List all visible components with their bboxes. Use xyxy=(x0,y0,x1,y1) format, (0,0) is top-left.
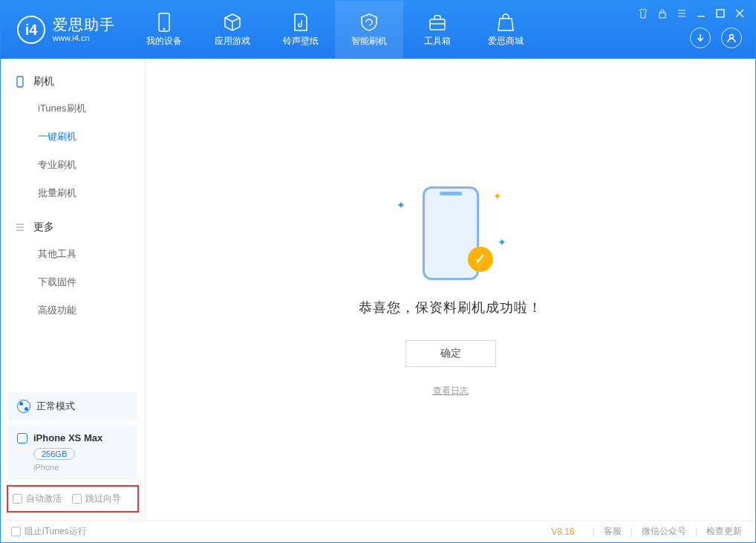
app-header: i4 爱思助手 www.i4.cn 我的设备 应用游戏 铃声壁纸 智能刷机 工具… xyxy=(1,1,755,59)
shirt-icon[interactable] xyxy=(638,8,648,19)
sidebar-item-other-tools[interactable]: 其他工具 xyxy=(1,240,145,268)
device-type: iPhone xyxy=(33,463,128,472)
footer: 阻止iTunes运行 V8.16 | 客服 | 微信公众号 | 检查更新 xyxy=(1,520,755,542)
view-log-link[interactable]: 查看日志 xyxy=(433,385,469,397)
tab-toolbox[interactable]: 工具箱 xyxy=(403,1,472,59)
svg-rect-4 xyxy=(659,13,665,18)
svg-rect-9 xyxy=(717,10,724,17)
window-controls xyxy=(638,8,745,19)
bag-icon xyxy=(496,13,515,32)
checkbox-icon xyxy=(72,494,82,504)
device-capacity: 256GB xyxy=(33,448,75,460)
tab-ringtone-wallpaper[interactable]: 铃声壁纸 xyxy=(267,1,335,59)
mode-box[interactable]: 正常模式 xyxy=(8,392,137,420)
tab-apps-games[interactable]: 应用游戏 xyxy=(198,1,267,59)
cube-icon xyxy=(223,13,242,32)
checkbox-skip-guide[interactable]: 跳过向导 xyxy=(72,492,121,505)
music-file-icon xyxy=(291,13,310,32)
main-content: ✦ ✦ ✦ ✓ 恭喜您，保资料刷机成功啦！ 确定 查看日志 xyxy=(146,59,755,520)
tab-my-device[interactable]: 我的设备 xyxy=(130,1,198,59)
toolbox-icon xyxy=(428,13,447,32)
download-button[interactable] xyxy=(690,27,711,48)
sparkle-icon: ✦ xyxy=(397,199,405,211)
menu-icon[interactable] xyxy=(677,8,687,19)
sidebar-item-pro-flash[interactable]: 专业刷机 xyxy=(1,151,145,179)
tab-store[interactable]: 爱思商城 xyxy=(472,1,540,59)
maximize-icon[interactable] xyxy=(715,8,726,19)
sidebar-group-flash[interactable]: 刷机 xyxy=(1,69,145,94)
main-tabs: 我的设备 应用游戏 铃声壁纸 智能刷机 工具箱 爱思商城 xyxy=(130,1,540,59)
footer-link-wechat[interactable]: 微信公众号 xyxy=(639,525,689,538)
lock-icon[interactable] xyxy=(657,8,668,19)
sparkle-icon: ✦ xyxy=(498,236,506,248)
footer-link-support[interactable]: 客服 xyxy=(601,525,625,538)
svg-point-1 xyxy=(163,27,166,30)
device-name: iPhone XS Max xyxy=(33,432,102,443)
app-logo: i4 爱思助手 www.i4.cn xyxy=(1,16,130,44)
refresh-shield-icon xyxy=(359,13,379,32)
mode-label: 正常模式 xyxy=(36,400,75,413)
success-illustration: ✦ ✦ ✦ ✓ xyxy=(395,181,506,285)
user-button[interactable] xyxy=(721,27,742,48)
svg-rect-2 xyxy=(430,19,445,30)
checkbox-icon xyxy=(11,527,21,536)
ok-button[interactable]: 确定 xyxy=(405,340,496,367)
sidebar-item-advanced[interactable]: 高级功能 xyxy=(1,296,145,325)
sidebar-item-itunes-flash[interactable]: iTunes刷机 xyxy=(1,94,145,123)
app-subtitle: www.i4.cn xyxy=(53,33,115,43)
mode-icon xyxy=(17,400,30,413)
sidebar-item-oneclick-flash[interactable]: 一键刷机 xyxy=(1,123,145,151)
tab-smart-flash[interactable]: 智能刷机 xyxy=(335,1,403,59)
device-phone-icon xyxy=(17,433,27,443)
device-box[interactable]: iPhone XS Max 256GB iPhone xyxy=(8,425,137,479)
checkbox-auto-activate[interactable]: 自动激活 xyxy=(13,492,62,505)
svg-rect-13 xyxy=(17,77,23,87)
sidebar: 刷机 iTunes刷机 一键刷机 专业刷机 批量刷机 更多 其他工具 下载固件 … xyxy=(1,59,146,520)
app-title: 爱思助手 xyxy=(53,16,115,33)
sidebar-item-download-firmware[interactable]: 下载固件 xyxy=(1,268,145,296)
close-icon[interactable] xyxy=(734,8,745,19)
sparkle-icon: ✦ xyxy=(493,190,502,202)
options-box: 自动激活 跳过向导 xyxy=(7,485,139,513)
check-badge-icon: ✓ xyxy=(468,247,493,272)
logo-icon: i4 xyxy=(17,16,45,44)
list-icon xyxy=(14,221,26,233)
sidebar-item-batch-flash[interactable]: 批量刷机 xyxy=(1,179,145,207)
phone-icon xyxy=(14,76,26,88)
minimize-icon[interactable] xyxy=(696,8,706,19)
device-icon xyxy=(154,13,174,32)
success-message: 恭喜您，保资料刷机成功啦！ xyxy=(359,299,542,316)
checkbox-block-itunes[interactable]: 阻止iTunes运行 xyxy=(11,525,87,538)
checkbox-icon xyxy=(13,494,22,504)
sidebar-group-more[interactable]: 更多 xyxy=(1,215,145,240)
svg-point-12 xyxy=(730,35,734,39)
footer-link-update[interactable]: 检查更新 xyxy=(703,525,745,538)
version-label: V8.16 xyxy=(551,527,574,537)
